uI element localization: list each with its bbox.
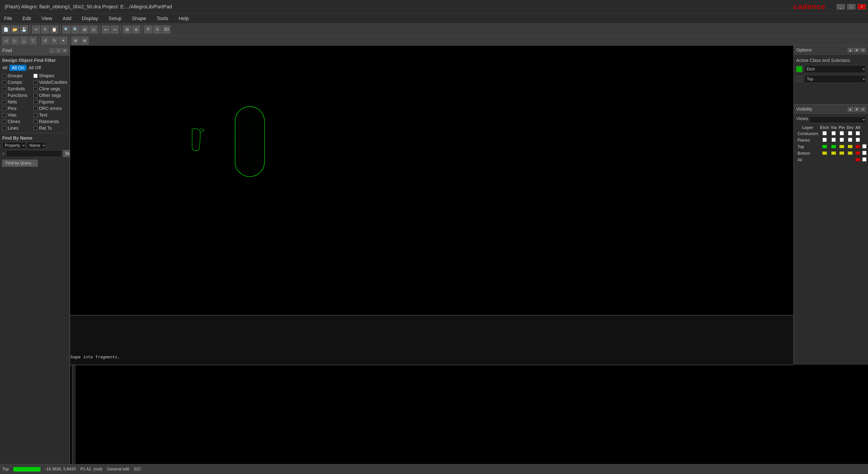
cb-vias-box[interactable] — [2, 113, 6, 117]
zoom-in-button[interactable]: 🔍 — [62, 26, 70, 34]
tb2-btn-3[interactable]: △ — [20, 37, 28, 45]
cb-rat-ts[interactable]: Rat Ts — [33, 126, 67, 131]
3d-button[interactable]: 3D — [162, 26, 170, 34]
cb-lines[interactable]: Lines — [2, 126, 31, 131]
copy-button[interactable]: ⎘ — [41, 26, 49, 34]
cb-clines[interactable]: Clines — [2, 119, 31, 124]
cb-shapes[interactable]: Shapes — [33, 73, 67, 78]
tb2-btn-8[interactable]: ⊕ — [71, 37, 80, 45]
cb-nets-box[interactable] — [2, 100, 6, 104]
cb-groups-box[interactable] — [2, 74, 6, 78]
vis-panel-close[interactable]: ✕ — [860, 107, 866, 111]
top-select[interactable]: Top — [804, 75, 866, 83]
tb2-btn-5[interactable]: ↺ — [41, 37, 49, 45]
cb-drc-box[interactable] — [33, 107, 37, 111]
planes-drv-cb[interactable] — [848, 138, 852, 142]
cb-rat-ts-box[interactable] — [33, 126, 37, 130]
find-more-button[interactable]: More... — [63, 150, 70, 157]
bot-all-cb[interactable] — [862, 151, 866, 155]
cb-voids-box[interactable] — [33, 80, 37, 84]
cb-symbols[interactable]: Symbols — [2, 86, 31, 92]
cb-other-segs-box[interactable] — [33, 94, 37, 98]
cond-all-cb[interactable] — [856, 131, 860, 135]
etch-select[interactable]: Etch — [804, 65, 866, 73]
tb2-btn-1[interactable]: ◁ — [2, 37, 10, 45]
all-off-label-text[interactable]: All Off — [29, 65, 41, 70]
grid-button[interactable]: ⊞ — [123, 26, 131, 34]
cb-text[interactable]: Text — [33, 112, 67, 117]
cb-figures-box[interactable] — [33, 100, 37, 104]
find-query-button[interactable]: Find by Query... — [2, 160, 38, 167]
cb-cline[interactable]: Cline segs — [33, 86, 67, 92]
window-controls[interactable]: _ □ ✕ — [837, 4, 868, 9]
find-panel-minimize[interactable]: _ — [49, 48, 55, 53]
cb-groups[interactable]: Groups — [2, 73, 31, 78]
paste-button[interactable]: 📋 — [50, 26, 58, 34]
find-property-select[interactable]: Property — [2, 142, 26, 149]
close-button[interactable]: ✕ — [858, 4, 866, 9]
find-panel-maximize[interactable]: □ — [56, 48, 61, 53]
cb-clines-box[interactable] — [2, 120, 6, 124]
cond-etch-cb[interactable] — [823, 131, 827, 135]
preview-scrollbar-h[interactable] — [72, 365, 75, 464]
redo-button[interactable]: ↪ — [111, 26, 119, 34]
top-all-cb[interactable] — [862, 144, 866, 148]
cb-shapes-box[interactable] — [33, 74, 37, 78]
cb-other-segs[interactable]: Other segs — [33, 93, 67, 98]
planes-etch-cb[interactable] — [823, 138, 827, 142]
cb-functions-box[interactable] — [2, 94, 6, 98]
zoom-out-button[interactable]: 🔍 — [71, 26, 80, 34]
planes-via-cb[interactable] — [832, 138, 836, 142]
menu-setup[interactable]: Setup — [107, 15, 123, 22]
planes-pin-cb[interactable] — [840, 138, 844, 142]
menu-display[interactable]: Display — [80, 15, 100, 22]
all-on-button[interactable]: All On — [9, 65, 26, 71]
planes-all-cb[interactable] — [856, 138, 860, 142]
console-panel[interactable]: last pick: 0.3810 3.2612 Pick Void Coord… — [0, 315, 794, 365]
menu-file[interactable]: File — [2, 15, 14, 22]
views-select[interactable] — [809, 116, 866, 123]
preview-right[interactable] — [72, 365, 794, 464]
options-panel-close[interactable]: ✕ — [860, 48, 866, 53]
cb-drc[interactable]: DRC errors — [33, 106, 67, 111]
menu-view[interactable]: View — [39, 15, 54, 22]
cb-vias[interactable]: Vias — [2, 112, 31, 117]
cb-ratsnests[interactable]: Ratsnests — [33, 119, 67, 124]
cb-comps-box[interactable] — [2, 80, 6, 84]
cb-cline-box[interactable] — [33, 87, 37, 91]
cb-voids[interactable]: Voids/Cavities — [33, 80, 67, 85]
options-panel-btn2[interactable]: ▼ — [854, 48, 860, 53]
menu-tools[interactable]: Tools — [155, 15, 170, 22]
menu-help[interactable]: Help — [177, 15, 191, 22]
snap-button[interactable]: ⊛ — [132, 26, 140, 34]
cb-symbols-box[interactable] — [2, 87, 6, 91]
open-button[interactable]: 📂 — [11, 26, 19, 34]
cond-drv-cb[interactable] — [848, 131, 852, 135]
options-panel-btn1[interactable]: ▲ — [848, 48, 853, 53]
tb2-btn-6[interactable]: ↻ — [50, 37, 58, 45]
zoom-fit-button[interactable]: ⊞ — [81, 26, 89, 34]
vis-panel-btn2[interactable]: ▼ — [854, 107, 860, 111]
cb-comps[interactable]: Comps — [2, 80, 31, 85]
undo-button[interactable]: ↩ — [102, 26, 110, 34]
minimize-button[interactable]: _ — [837, 4, 845, 9]
cb-ratsnests-box[interactable] — [33, 120, 37, 124]
tb2-btn-7[interactable]: ✦ — [59, 37, 67, 45]
cb-pins[interactable]: Pins — [2, 106, 31, 111]
menu-edit[interactable]: Edit — [21, 15, 33, 22]
property-button[interactable]: P — [144, 26, 152, 34]
tb2-btn-4[interactable]: ▽ — [29, 37, 37, 45]
menu-shape[interactable]: Shape — [130, 15, 148, 22]
all-all-cb[interactable] — [862, 158, 866, 162]
cb-pins-box[interactable] — [2, 107, 6, 111]
cb-text-box[interactable] — [33, 113, 37, 117]
find-name-select[interactable]: Name — [27, 142, 46, 149]
script-button[interactable]: S — [153, 26, 161, 34]
find-text-input[interactable] — [6, 150, 62, 157]
tb2-btn-9[interactable]: ⊗ — [81, 37, 89, 45]
cut-button[interactable]: ✂ — [32, 26, 40, 34]
find-panel-close[interactable]: ✕ — [62, 48, 67, 53]
menu-add[interactable]: Add — [61, 15, 73, 22]
cb-figures[interactable]: Figures — [33, 99, 67, 105]
cond-via-cb[interactable] — [832, 131, 836, 135]
